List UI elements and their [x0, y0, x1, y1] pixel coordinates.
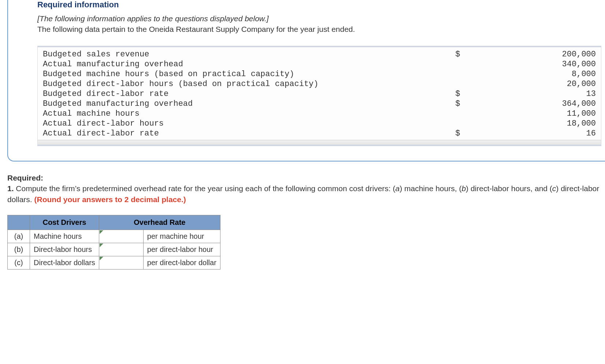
- header-overhead-rate: Overhead Rate: [99, 215, 220, 230]
- data-sym: $: [432, 49, 460, 59]
- unit-cell: per machine hour: [143, 230, 220, 243]
- data-label: Actual machine hours: [38, 109, 432, 119]
- table-row: Actual direct-labor hours18,000: [38, 119, 601, 129]
- data-val: 18,000: [460, 119, 601, 129]
- intro-italic: [The following information applies to th…: [37, 14, 269, 23]
- table-row: Budgeted direct-labor rate$13: [38, 89, 601, 99]
- rate-input-cell[interactable]: [99, 230, 143, 243]
- data-sym: $: [432, 99, 460, 109]
- data-sym: [432, 69, 460, 79]
- answer-row: (b) Direct-labor hours per direct-labor …: [8, 243, 220, 256]
- rate-input-cell[interactable]: [99, 243, 143, 256]
- rate-input-b[interactable]: [99, 243, 143, 256]
- input-indicator-icon: [100, 244, 103, 247]
- header-blank: [8, 215, 30, 230]
- data-val: 8,000: [460, 69, 601, 79]
- table-row: Actual manufacturing overhead340,000: [38, 59, 601, 69]
- table-row: Budgeted direct-labor hours (based on pr…: [38, 79, 601, 89]
- info-box: Required information [The following info…: [7, 0, 605, 161]
- scroll-hint[interactable]: [38, 140, 601, 145]
- question-number: 1.: [7, 184, 14, 193]
- table-row: Actual direct-labor rate$16: [38, 129, 601, 138]
- data-sym: [432, 59, 460, 69]
- data-val: 364,000: [460, 99, 601, 109]
- question-text-a: Compute the firm’s predetermined overhea…: [14, 184, 396, 193]
- answer-row: (a) Machine hours per machine hour: [8, 230, 220, 243]
- data-sym: $: [432, 89, 460, 99]
- table-row: Actual machine hours11,000: [38, 109, 601, 119]
- section-title: Required information: [37, 0, 605, 10]
- data-val: 20,000: [460, 79, 601, 89]
- data-label: Actual direct-labor rate: [38, 129, 432, 138]
- rate-input-a[interactable]: [99, 230, 143, 242]
- data-val: 16: [460, 129, 601, 138]
- ital-c: c: [552, 184, 556, 193]
- data-label: Budgeted direct-labor hours (based on pr…: [38, 79, 432, 89]
- data-label: Budgeted manufacturing overhead: [38, 99, 432, 109]
- data-sym: $: [432, 129, 460, 138]
- intro-plain: The following data pertain to the Oneida…: [37, 25, 355, 33]
- row-letter: (b): [8, 243, 30, 256]
- input-indicator-icon: [100, 230, 103, 234]
- rate-input-c[interactable]: [99, 256, 143, 269]
- required-label: Required:: [7, 174, 43, 182]
- question-text-c: ) direct-labor hours, and (: [466, 184, 552, 193]
- header-cost-drivers: Cost Drivers: [30, 215, 99, 230]
- answer-row: (c) Direct-labor dollars per direct-labo…: [8, 256, 220, 269]
- table-row: Budgeted sales revenue$200,000: [38, 49, 601, 59]
- table-row: Budgeted machine hours (based on practic…: [38, 69, 601, 79]
- data-table: Budgeted sales revenue$200,000 Actual ma…: [38, 49, 601, 138]
- row-letter: (a): [8, 230, 30, 243]
- table-row: Budgeted manufacturing overhead$364,000: [38, 99, 601, 109]
- data-sym: [432, 79, 460, 89]
- question-text-b: ) machine hours, (: [400, 184, 461, 193]
- unit-cell: per direct-labor dollar: [143, 256, 220, 269]
- cost-driver-cell: Direct-labor dollars: [30, 256, 99, 269]
- data-label: Budgeted sales revenue: [38, 49, 432, 59]
- data-val: 340,000: [460, 59, 601, 69]
- data-val: 11,000: [460, 109, 601, 119]
- unit-cell: per direct-labor hour: [143, 243, 220, 256]
- data-sym: [432, 119, 460, 129]
- round-note: (Round your answers to 2 decimal place.): [34, 195, 186, 204]
- data-val: 13: [460, 89, 601, 99]
- ital-a: a: [395, 184, 400, 193]
- data-val: 200,000: [460, 49, 601, 59]
- data-label: Actual manufacturing overhead: [38, 59, 432, 69]
- data-label: Budgeted direct-labor rate: [38, 89, 432, 99]
- intro-text: [The following information applies to th…: [37, 13, 605, 35]
- cost-driver-cell: Machine hours: [30, 230, 99, 243]
- input-indicator-icon: [100, 257, 103, 260]
- rate-input-cell[interactable]: [99, 256, 143, 269]
- row-letter: (c): [8, 256, 30, 269]
- answer-table: Cost Drivers Overhead Rate (a) Machine h…: [7, 215, 220, 270]
- data-label: Actual direct-labor hours: [38, 119, 432, 129]
- required-block: Required: 1. Compute the firm’s predeter…: [7, 172, 605, 205]
- ital-b: b: [461, 184, 466, 193]
- data-label: Budgeted machine hours (based on practic…: [38, 69, 432, 79]
- cost-driver-cell: Direct-labor hours: [30, 243, 99, 256]
- data-table-wrap: Budgeted sales revenue$200,000 Actual ma…: [37, 46, 601, 146]
- data-sym: [432, 109, 460, 119]
